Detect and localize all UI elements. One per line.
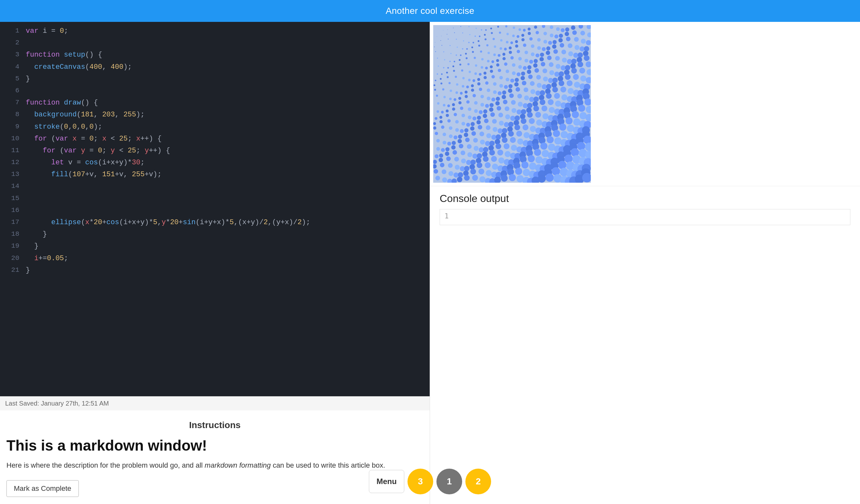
svg-point-184 xyxy=(477,78,480,81)
svg-point-344 xyxy=(517,138,523,144)
svg-point-39 xyxy=(441,111,444,114)
svg-point-255 xyxy=(498,54,501,57)
svg-point-430 xyxy=(540,53,544,57)
svg-point-605 xyxy=(583,51,589,56)
svg-point-258 xyxy=(498,69,501,72)
nav-button-1[interactable]: 1 xyxy=(436,469,462,494)
svg-point-349 xyxy=(515,168,522,175)
svg-point-295 xyxy=(504,143,510,149)
svg-point-49 xyxy=(442,170,446,174)
svg-point-404 xyxy=(537,46,541,50)
svg-point-76 xyxy=(453,28,454,28)
svg-point-409 xyxy=(536,75,541,80)
svg-point-314 xyxy=(511,108,516,113)
svg-point-529 xyxy=(568,43,572,48)
svg-point-60 xyxy=(448,82,450,84)
svg-point-413 xyxy=(533,101,538,106)
svg-point-565 xyxy=(572,111,579,118)
svg-point-68 xyxy=(449,134,453,138)
svg-point-486 xyxy=(552,87,558,92)
svg-point-603 xyxy=(586,40,591,45)
svg-point-368 xyxy=(524,132,530,138)
svg-point-510 xyxy=(559,81,564,86)
code-editor[interactable]: 1 var i = 0; 2 3 function setup() { 4 cr… xyxy=(0,22,430,396)
svg-point-302 xyxy=(512,35,515,37)
svg-point-82 xyxy=(453,65,455,67)
desc-italic: markdown formatting xyxy=(204,461,271,469)
svg-point-580 xyxy=(578,53,583,58)
svg-point-296 xyxy=(505,151,511,157)
svg-point-527 xyxy=(565,32,569,36)
svg-point-192 xyxy=(477,125,482,129)
svg-point-173 xyxy=(470,164,475,170)
svg-point-37 xyxy=(444,96,446,98)
svg-point-485 xyxy=(551,82,557,87)
svg-point-24 xyxy=(433,169,438,174)
svg-point-47 xyxy=(439,158,443,162)
svg-point-279 xyxy=(504,47,507,51)
svg-point-361 xyxy=(524,87,528,92)
svg-point-517 xyxy=(559,124,567,131)
svg-point-200 xyxy=(479,176,486,182)
code-line-18: 18 } xyxy=(0,228,430,240)
code-line-9: 9 stroke(0,0,0,0); xyxy=(0,121,430,133)
svg-point-509 xyxy=(558,76,563,81)
svg-point-501 xyxy=(561,28,564,32)
svg-point-125 xyxy=(457,176,462,182)
svg-point-356 xyxy=(525,59,528,63)
svg-point-381 xyxy=(529,60,533,64)
svg-point-589 xyxy=(578,105,585,112)
svg-point-53 xyxy=(448,39,448,39)
svg-point-535 xyxy=(567,81,572,86)
svg-point-408 xyxy=(534,68,539,73)
svg-point-4 xyxy=(434,47,435,47)
svg-point-212 xyxy=(487,97,490,100)
svg-point-64 xyxy=(446,109,449,112)
svg-point-244 xyxy=(489,141,494,146)
svg-point-203 xyxy=(485,38,487,40)
svg-point-319 xyxy=(510,137,516,143)
svg-point-102 xyxy=(462,32,463,33)
left-panel: 1 var i = 0; 2 3 function setup() { 4 cr… xyxy=(0,22,430,504)
svg-point-193 xyxy=(479,132,484,136)
code-line-14: 14 xyxy=(0,181,430,192)
svg-point-402 xyxy=(535,31,539,34)
svg-point-191 xyxy=(476,120,481,124)
svg-point-239 xyxy=(489,107,493,112)
svg-point-342 xyxy=(515,125,520,130)
svg-point-140 xyxy=(468,115,472,119)
svg-point-36 xyxy=(442,88,444,91)
mark-complete-button[interactable]: Mark as Complete xyxy=(6,480,79,497)
svg-point-464 xyxy=(549,107,555,113)
svg-point-428 xyxy=(544,40,547,44)
svg-point-505 xyxy=(561,49,567,54)
nav-button-3[interactable]: 3 xyxy=(407,469,433,494)
svg-point-316 xyxy=(508,122,514,127)
svg-point-415 xyxy=(535,112,541,118)
svg-point-57 xyxy=(447,67,449,69)
svg-point-240 xyxy=(490,112,495,117)
code-line-8: 8 background(181, 203, 255); xyxy=(0,109,430,120)
svg-point-241 xyxy=(492,119,497,124)
svg-point-166 xyxy=(471,122,475,126)
svg-point-44 xyxy=(443,141,446,144)
menu-button[interactable]: Menu xyxy=(369,470,404,493)
svg-point-14 xyxy=(436,110,439,113)
svg-point-352 xyxy=(521,34,524,37)
svg-point-416 xyxy=(536,120,542,126)
svg-point-455 xyxy=(546,51,550,55)
svg-point-121 xyxy=(461,150,465,155)
svg-point-265 xyxy=(499,113,503,117)
svg-point-285 xyxy=(504,85,508,89)
svg-point-268 xyxy=(496,134,501,140)
svg-point-506 xyxy=(562,58,567,62)
svg-point-341 xyxy=(514,120,519,126)
svg-point-313 xyxy=(511,100,516,105)
svg-point-46 xyxy=(439,154,443,158)
svg-point-97 xyxy=(454,157,459,162)
svg-point-15 xyxy=(435,117,438,120)
nav-button-2[interactable]: 2 xyxy=(465,469,491,494)
svg-point-109 xyxy=(462,77,464,79)
svg-point-512 xyxy=(561,94,567,100)
svg-point-526 xyxy=(565,27,569,31)
